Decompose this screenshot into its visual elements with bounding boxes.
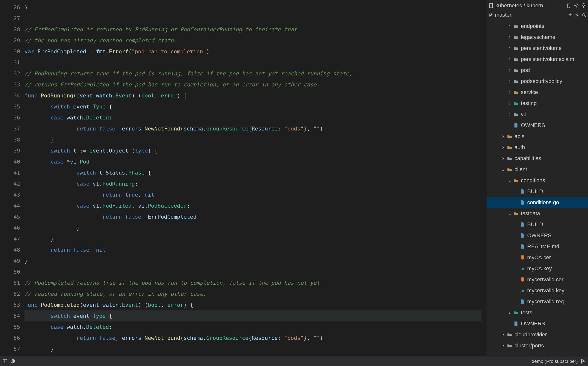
tree-folder[interactable]: ›auth: [487, 142, 588, 153]
line-number: 34: [0, 90, 20, 101]
code-line[interactable]: func PodCompleted(event watch.Event) (bo…: [24, 299, 481, 310]
tree-file[interactable]: OWNERS: [487, 120, 588, 131]
code-line[interactable]: return false, errors.NewNotFound(schema.…: [24, 123, 481, 134]
chevron-right-icon[interactable]: ›: [507, 89, 512, 95]
code-line[interactable]: ): [24, 2, 481, 13]
chevron-right-icon[interactable]: ›: [501, 342, 506, 349]
tree-folder[interactable]: ›tests: [487, 307, 588, 318]
code-line[interactable]: func PodRunning(event watch.Event) (bool…: [24, 90, 481, 101]
logout-icon[interactable]: [581, 359, 586, 364]
code-line[interactable]: case *v1.Pod:: [24, 156, 481, 167]
code-line[interactable]: return true, nil: [24, 189, 481, 200]
code-line[interactable]: // PodRunning returns true if the pod is…: [24, 68, 481, 79]
tree-file[interactable]: mycertvalid.key: [487, 285, 588, 296]
lightning-icon[interactable]: [568, 13, 572, 17]
tree-folder[interactable]: ⌄client: [487, 164, 588, 175]
user-label[interactable]: demo (Pro subscriber): [532, 359, 578, 364]
code-line[interactable]: }: [24, 134, 481, 145]
code-line[interactable]: return false, nil: [24, 244, 481, 255]
code-line[interactable]: [24, 13, 481, 24]
folder-o-icon: [514, 178, 519, 183]
tree-file[interactable]: myCA.cer: [487, 252, 588, 263]
chevron-down-icon[interactable]: ⌄: [507, 210, 512, 217]
tree-folder[interactable]: ›legacyscheme: [487, 32, 588, 43]
line-number: 47: [0, 233, 20, 244]
panel-toggle-left-icon[interactable]: [2, 359, 7, 364]
tree-folder[interactable]: ›v1: [487, 109, 588, 120]
code-line[interactable]: // ErrPodCompleted is returned by PodRun…: [24, 24, 481, 35]
code-line[interactable]: }: [24, 222, 481, 233]
tree-folder[interactable]: ›pod: [487, 65, 588, 76]
code-line[interactable]: return false, ErrPodCompleted: [24, 211, 481, 222]
repo-path[interactable]: kubernetes / kubern…: [495, 2, 564, 9]
chevron-right-icon[interactable]: ›: [507, 23, 512, 29]
code-line[interactable]: [24, 266, 481, 277]
contrast-toggle-icon[interactable]: [10, 359, 15, 364]
file-tree[interactable]: ›endpoints›legacyscheme›persistentvolume…: [487, 20, 588, 366]
code-line[interactable]: case v1.PodFailed, v1.PodSucceeded:: [24, 200, 481, 211]
chevron-down-icon[interactable]: ⌄: [507, 177, 512, 184]
chevron-right-icon[interactable]: ›: [507, 67, 512, 73]
tree-file[interactable]: README.md: [487, 241, 588, 252]
code-line[interactable]: switch t := event.Object.(type) {: [24, 145, 481, 156]
chevron-right-icon[interactable]: ›: [501, 144, 506, 151]
chevron-right-icon[interactable]: ›: [507, 100, 512, 106]
code-line[interactable]: switch event.Type {: [24, 310, 481, 321]
tree-folder[interactable]: ›cloudprovider: [487, 329, 588, 340]
chevron-right-icon[interactable]: ›: [507, 45, 512, 51]
code-line[interactable]: var ErrPodCompleted = fmt.Errorf("pod ra…: [24, 46, 481, 57]
code-line[interactable]: }: [24, 255, 481, 266]
code-line[interactable]: }: [24, 343, 481, 354]
line-number: 54: [0, 310, 20, 321]
code-line[interactable]: }: [24, 233, 481, 244]
tree-folder[interactable]: ›endpoints: [487, 21, 588, 32]
tree-folder[interactable]: ›service: [487, 87, 588, 98]
tree-file[interactable]: BUILD: [487, 219, 588, 230]
chevron-right-icon[interactable]: ›: [507, 56, 512, 62]
branch-name[interactable]: master: [495, 12, 511, 18]
chevron-right-icon[interactable]: ›: [501, 331, 506, 338]
tree-file[interactable]: conditions.go: [487, 197, 588, 208]
code-line[interactable]: case watch.Deleted:: [24, 112, 481, 123]
chevron-right-icon[interactable]: ›: [507, 78, 512, 84]
code-area[interactable]: )// ErrPodCompleted is returned by PodRu…: [24, 0, 481, 366]
tree-file[interactable]: OWNERS: [487, 318, 588, 329]
pin-icon[interactable]: [581, 3, 586, 8]
line-number: 27: [0, 13, 20, 24]
tree-folder[interactable]: ›persistentvolumeclaim: [487, 54, 588, 65]
tree-folder[interactable]: ›testing: [487, 98, 588, 109]
tree-folder[interactable]: ›podsecuritypolicy: [487, 76, 588, 87]
code-line[interactable]: // the pod has already reached completed…: [24, 35, 481, 46]
chevron-right-icon[interactable]: ›: [507, 34, 512, 40]
code-line[interactable]: switch t.Status.Phase {: [24, 167, 481, 178]
tree-folder[interactable]: ›capabilities: [487, 153, 588, 164]
gear-icon[interactable]: [574, 3, 579, 8]
code-line[interactable]: case watch.Deleted:: [24, 321, 481, 332]
tree-folder[interactable]: ›cluster/ports: [487, 340, 588, 351]
tree-file[interactable]: mycertvalid.req: [487, 296, 588, 307]
tree-folder[interactable]: ›persistentvolume: [487, 43, 588, 54]
code-line[interactable]: // reached running state, or an error in…: [24, 288, 481, 299]
chevron-right-icon[interactable]: ›: [507, 111, 512, 118]
code-line[interactable]: [24, 57, 481, 68]
chevron-right-icon[interactable]: ›: [501, 155, 506, 162]
chevron-right-icon[interactable]: ›: [507, 309, 512, 316]
chevron-right-icon[interactable]: ›: [501, 133, 506, 140]
code-line[interactable]: return false, errors.NewNotFound(schema.…: [24, 332, 481, 343]
code-line[interactable]: // returns ErrPodCompleted if the pod ha…: [24, 79, 481, 90]
bookmark-icon[interactable]: [566, 3, 571, 8]
code-line[interactable]: case v1.PodRunning:: [24, 178, 481, 189]
tree-folder[interactable]: ⌄conditions: [487, 175, 588, 186]
tree-file[interactable]: BUILD: [487, 186, 588, 197]
diff-icon[interactable]: [575, 13, 579, 17]
code-line[interactable]: switch event.Type {: [24, 101, 481, 112]
tree-file[interactable]: myCA.key: [487, 263, 588, 274]
chevron-down-icon[interactable]: ⌄: [501, 166, 506, 173]
tree-folder[interactable]: ›apis: [487, 131, 588, 142]
code-line[interactable]: // PodCompleted returns true if the pod …: [24, 277, 481, 288]
tree-file[interactable]: mycertvalid.cer: [487, 274, 588, 285]
tree-file[interactable]: OWNERS: [487, 230, 588, 241]
vertical-scrollbar[interactable]: [481, 0, 486, 366]
tree-folder[interactable]: ⌄testdata: [487, 208, 588, 219]
search-icon[interactable]: [582, 13, 586, 17]
